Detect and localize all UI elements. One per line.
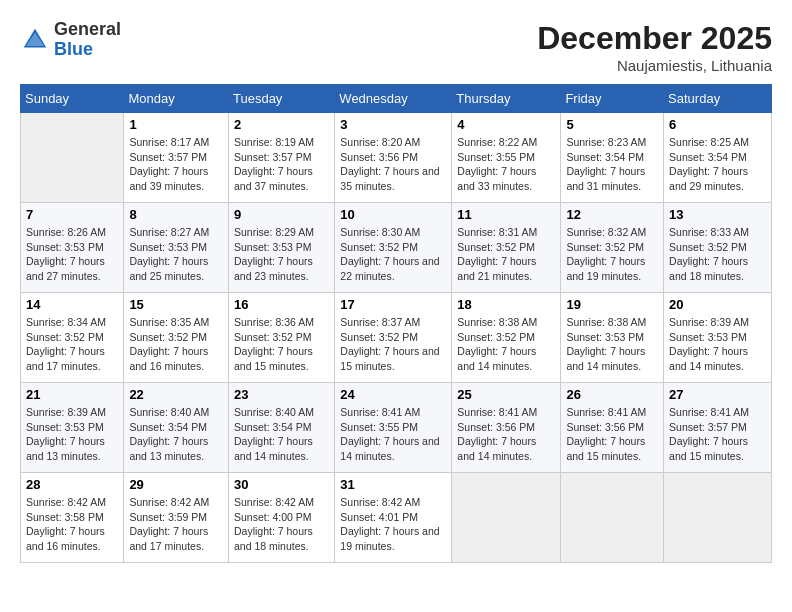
calendar-day-cell: 19Sunrise: 8:38 AMSunset: 3:53 PMDayligh… [561,293,664,383]
day-number: 1 [129,117,223,132]
day-number: 17 [340,297,446,312]
calendar-week-row: 14Sunrise: 8:34 AMSunset: 3:52 PMDayligh… [21,293,772,383]
location: Naujamiestis, Lithuania [537,57,772,74]
day-number: 31 [340,477,446,492]
day-number: 28 [26,477,118,492]
calendar-day-cell: 16Sunrise: 8:36 AMSunset: 3:52 PMDayligh… [228,293,334,383]
day-number: 9 [234,207,329,222]
day-info: Sunrise: 8:42 AMSunset: 3:58 PMDaylight:… [26,495,118,554]
calendar-day-cell: 3Sunrise: 8:20 AMSunset: 3:56 PMDaylight… [335,113,452,203]
calendar-day-cell [561,473,664,563]
calendar-week-row: 21Sunrise: 8:39 AMSunset: 3:53 PMDayligh… [21,383,772,473]
calendar-day-cell: 15Sunrise: 8:35 AMSunset: 3:52 PMDayligh… [124,293,229,383]
day-of-week-header: Thursday [452,85,561,113]
logo-icon [20,25,50,55]
day-number: 15 [129,297,223,312]
day-info: Sunrise: 8:37 AMSunset: 3:52 PMDaylight:… [340,315,446,374]
day-of-week-header: Sunday [21,85,124,113]
day-number: 20 [669,297,766,312]
calendar-day-cell: 28Sunrise: 8:42 AMSunset: 3:58 PMDayligh… [21,473,124,563]
day-info: Sunrise: 8:23 AMSunset: 3:54 PMDaylight:… [566,135,658,194]
calendar-day-cell: 12Sunrise: 8:32 AMSunset: 3:52 PMDayligh… [561,203,664,293]
logo-general-text: General [54,19,121,39]
day-info: Sunrise: 8:41 AMSunset: 3:57 PMDaylight:… [669,405,766,464]
day-number: 19 [566,297,658,312]
calendar-day-cell: 24Sunrise: 8:41 AMSunset: 3:55 PMDayligh… [335,383,452,473]
day-info: Sunrise: 8:20 AMSunset: 3:56 PMDaylight:… [340,135,446,194]
day-info: Sunrise: 8:25 AMSunset: 3:54 PMDaylight:… [669,135,766,194]
day-of-week-header: Wednesday [335,85,452,113]
calendar-day-cell: 29Sunrise: 8:42 AMSunset: 3:59 PMDayligh… [124,473,229,563]
day-info: Sunrise: 8:32 AMSunset: 3:52 PMDaylight:… [566,225,658,284]
day-info: Sunrise: 8:26 AMSunset: 3:53 PMDaylight:… [26,225,118,284]
calendar-day-cell [452,473,561,563]
day-of-week-header: Monday [124,85,229,113]
day-info: Sunrise: 8:22 AMSunset: 3:55 PMDaylight:… [457,135,555,194]
logo: General Blue [20,20,121,60]
day-number: 5 [566,117,658,132]
calendar-day-cell [664,473,772,563]
calendar-day-cell: 23Sunrise: 8:40 AMSunset: 3:54 PMDayligh… [228,383,334,473]
calendar-day-cell: 17Sunrise: 8:37 AMSunset: 3:52 PMDayligh… [335,293,452,383]
calendar-day-cell: 6Sunrise: 8:25 AMSunset: 3:54 PMDaylight… [664,113,772,203]
day-of-week-header: Friday [561,85,664,113]
day-of-week-header: Saturday [664,85,772,113]
calendar-day-cell: 30Sunrise: 8:42 AMSunset: 4:00 PMDayligh… [228,473,334,563]
calendar-day-cell: 21Sunrise: 8:39 AMSunset: 3:53 PMDayligh… [21,383,124,473]
calendar-day-cell: 5Sunrise: 8:23 AMSunset: 3:54 PMDaylight… [561,113,664,203]
calendar-day-cell: 20Sunrise: 8:39 AMSunset: 3:53 PMDayligh… [664,293,772,383]
day-number: 4 [457,117,555,132]
day-info: Sunrise: 8:41 AMSunset: 3:55 PMDaylight:… [340,405,446,464]
day-number: 11 [457,207,555,222]
calendar-week-row: 1Sunrise: 8:17 AMSunset: 3:57 PMDaylight… [21,113,772,203]
title-block: December 2025 Naujamiestis, Lithuania [537,20,772,74]
day-info: Sunrise: 8:41 AMSunset: 3:56 PMDaylight:… [457,405,555,464]
calendar-day-cell: 31Sunrise: 8:42 AMSunset: 4:01 PMDayligh… [335,473,452,563]
calendar-day-cell: 10Sunrise: 8:30 AMSunset: 3:52 PMDayligh… [335,203,452,293]
day-number: 10 [340,207,446,222]
day-info: Sunrise: 8:38 AMSunset: 3:53 PMDaylight:… [566,315,658,374]
day-info: Sunrise: 8:19 AMSunset: 3:57 PMDaylight:… [234,135,329,194]
day-number: 12 [566,207,658,222]
day-number: 26 [566,387,658,402]
day-info: Sunrise: 8:33 AMSunset: 3:52 PMDaylight:… [669,225,766,284]
day-info: Sunrise: 8:30 AMSunset: 3:52 PMDaylight:… [340,225,446,284]
day-number: 6 [669,117,766,132]
day-number: 24 [340,387,446,402]
day-number: 7 [26,207,118,222]
day-info: Sunrise: 8:34 AMSunset: 3:52 PMDaylight:… [26,315,118,374]
calendar-day-cell: 2Sunrise: 8:19 AMSunset: 3:57 PMDaylight… [228,113,334,203]
calendar-day-cell: 27Sunrise: 8:41 AMSunset: 3:57 PMDayligh… [664,383,772,473]
page-header: General Blue December 2025 Naujamiestis,… [20,20,772,74]
day-info: Sunrise: 8:36 AMSunset: 3:52 PMDaylight:… [234,315,329,374]
day-info: Sunrise: 8:39 AMSunset: 3:53 PMDaylight:… [669,315,766,374]
day-info: Sunrise: 8:17 AMSunset: 3:57 PMDaylight:… [129,135,223,194]
calendar-day-cell: 9Sunrise: 8:29 AMSunset: 3:53 PMDaylight… [228,203,334,293]
day-number: 27 [669,387,766,402]
day-info: Sunrise: 8:41 AMSunset: 3:56 PMDaylight:… [566,405,658,464]
day-number: 25 [457,387,555,402]
day-number: 22 [129,387,223,402]
calendar-day-cell: 1Sunrise: 8:17 AMSunset: 3:57 PMDaylight… [124,113,229,203]
day-number: 14 [26,297,118,312]
calendar-week-row: 28Sunrise: 8:42 AMSunset: 3:58 PMDayligh… [21,473,772,563]
calendar-day-cell: 26Sunrise: 8:41 AMSunset: 3:56 PMDayligh… [561,383,664,473]
calendar-day-cell [21,113,124,203]
day-number: 13 [669,207,766,222]
day-of-week-header: Tuesday [228,85,334,113]
day-number: 21 [26,387,118,402]
day-number: 3 [340,117,446,132]
day-info: Sunrise: 8:40 AMSunset: 3:54 PMDaylight:… [234,405,329,464]
day-info: Sunrise: 8:29 AMSunset: 3:53 PMDaylight:… [234,225,329,284]
month-year: December 2025 [537,20,772,57]
logo-blue-text: Blue [54,39,93,59]
day-number: 8 [129,207,223,222]
calendar-day-cell: 18Sunrise: 8:38 AMSunset: 3:52 PMDayligh… [452,293,561,383]
calendar-day-cell: 22Sunrise: 8:40 AMSunset: 3:54 PMDayligh… [124,383,229,473]
day-info: Sunrise: 8:39 AMSunset: 3:53 PMDaylight:… [26,405,118,464]
calendar-day-cell: 25Sunrise: 8:41 AMSunset: 3:56 PMDayligh… [452,383,561,473]
day-info: Sunrise: 8:27 AMSunset: 3:53 PMDaylight:… [129,225,223,284]
day-info: Sunrise: 8:42 AMSunset: 4:01 PMDaylight:… [340,495,446,554]
day-number: 29 [129,477,223,492]
day-info: Sunrise: 8:38 AMSunset: 3:52 PMDaylight:… [457,315,555,374]
